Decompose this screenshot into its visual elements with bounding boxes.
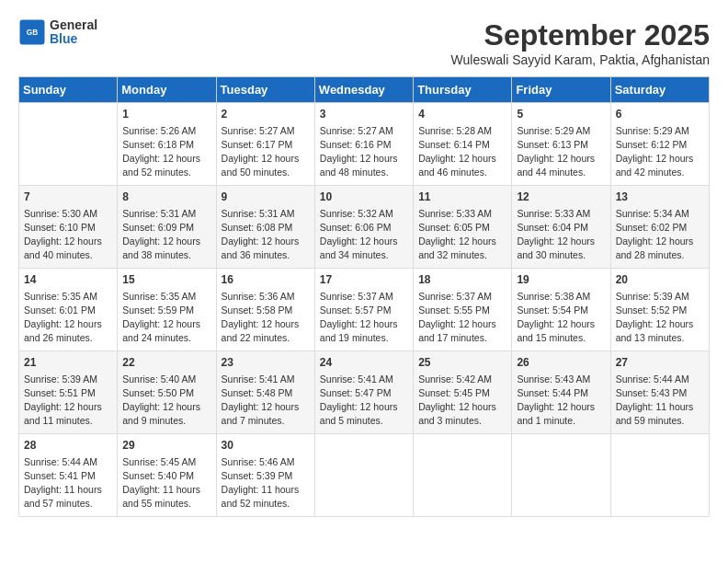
calendar-cell: 9Sunrise: 5:31 AM Sunset: 6:08 PM Daylig… [216, 186, 314, 269]
day-content: Sunrise: 5:29 AM Sunset: 6:13 PM Dayligh… [517, 124, 605, 180]
day-number: 4 [418, 107, 506, 122]
weekday-header: Friday [512, 77, 610, 103]
logo-general: General [50, 18, 97, 32]
day-content: Sunrise: 5:44 AM Sunset: 5:43 PM Dayligh… [616, 373, 704, 429]
calendar-cell: 30Sunrise: 5:46 AM Sunset: 5:39 PM Dayli… [216, 434, 314, 517]
day-content: Sunrise: 5:29 AM Sunset: 6:12 PM Dayligh… [616, 124, 704, 180]
calendar-cell: 12Sunrise: 5:33 AM Sunset: 6:04 PM Dayli… [512, 186, 610, 269]
day-content: Sunrise: 5:41 AM Sunset: 5:48 PM Dayligh… [222, 373, 310, 429]
day-content: Sunrise: 5:35 AM Sunset: 5:59 PM Dayligh… [122, 290, 210, 346]
calendar-cell: 17Sunrise: 5:37 AM Sunset: 5:57 PM Dayli… [314, 269, 413, 351]
weekday-header: Sunday [19, 77, 118, 103]
day-number: 24 [320, 355, 408, 371]
calendar-cell: 21Sunrise: 5:39 AM Sunset: 5:51 PM Dayli… [19, 351, 118, 434]
day-number: 26 [517, 355, 605, 371]
subtitle: Wuleswali Sayyid Karam, Paktia, Afghanis… [451, 52, 710, 67]
day-number: 18 [418, 272, 506, 288]
day-number: 10 [320, 190, 408, 205]
calendar-cell: 5Sunrise: 5:29 AM Sunset: 6:13 PM Daylig… [512, 103, 610, 186]
calendar-cell: 10Sunrise: 5:32 AM Sunset: 6:06 PM Dayli… [314, 186, 413, 269]
calendar-cell [314, 434, 413, 517]
calendar-week-row: 28Sunrise: 5:44 AM Sunset: 5:41 PM Dayli… [19, 434, 710, 517]
day-number: 15 [122, 272, 210, 288]
day-content: Sunrise: 5:33 AM Sunset: 6:05 PM Dayligh… [418, 207, 506, 263]
calendar-cell: 19Sunrise: 5:38 AM Sunset: 5:54 PM Dayli… [512, 269, 610, 351]
calendar-cell: 2Sunrise: 5:27 AM Sunset: 6:17 PM Daylig… [216, 103, 314, 186]
day-number: 13 [616, 190, 704, 205]
calendar-cell: 22Sunrise: 5:40 AM Sunset: 5:50 PM Dayli… [118, 351, 216, 434]
day-content: Sunrise: 5:38 AM Sunset: 5:54 PM Dayligh… [517, 290, 605, 346]
day-number: 21 [24, 355, 112, 371]
day-number: 19 [517, 272, 605, 288]
calendar-week-row: 7Sunrise: 5:30 AM Sunset: 6:10 PM Daylig… [19, 186, 710, 269]
calendar-cell: 14Sunrise: 5:35 AM Sunset: 6:01 PM Dayli… [19, 269, 118, 351]
page-header: GB General Blue September 2025 Wuleswali… [18, 18, 710, 67]
day-number: 12 [517, 190, 605, 205]
logo-icon: GB [18, 18, 46, 46]
calendar-cell: 18Sunrise: 5:37 AM Sunset: 5:55 PM Dayli… [414, 269, 512, 351]
day-number: 11 [418, 190, 506, 205]
day-number: 6 [616, 107, 704, 122]
calendar-cell: 1Sunrise: 5:26 AM Sunset: 6:18 PM Daylig… [118, 103, 216, 186]
day-number: 16 [222, 272, 310, 288]
calendar-cell: 4Sunrise: 5:28 AM Sunset: 6:14 PM Daylig… [414, 103, 512, 186]
calendar-cell: 23Sunrise: 5:41 AM Sunset: 5:48 PM Dayli… [216, 351, 314, 434]
main-title: September 2025 [451, 18, 710, 52]
day-content: Sunrise: 5:36 AM Sunset: 5:58 PM Dayligh… [222, 290, 310, 346]
calendar-cell [610, 434, 709, 517]
day-content: Sunrise: 5:27 AM Sunset: 6:16 PM Dayligh… [320, 124, 408, 180]
calendar-cell: 3Sunrise: 5:27 AM Sunset: 6:16 PM Daylig… [314, 103, 413, 186]
calendar-cell: 11Sunrise: 5:33 AM Sunset: 6:05 PM Dayli… [414, 186, 512, 269]
day-number: 9 [222, 190, 310, 205]
day-content: Sunrise: 5:31 AM Sunset: 6:08 PM Dayligh… [222, 207, 310, 263]
day-number: 2 [222, 107, 310, 122]
calendar-cell [512, 434, 610, 517]
day-content: Sunrise: 5:43 AM Sunset: 5:44 PM Dayligh… [517, 373, 605, 429]
calendar-cell: 7Sunrise: 5:30 AM Sunset: 6:10 PM Daylig… [19, 186, 118, 269]
day-number: 30 [222, 438, 310, 454]
logo-text: General Blue [50, 18, 97, 47]
day-number: 5 [517, 107, 605, 122]
day-content: Sunrise: 5:35 AM Sunset: 6:01 PM Dayligh… [24, 290, 112, 346]
weekday-header: Saturday [610, 77, 709, 103]
weekday-header: Thursday [414, 77, 512, 103]
calendar-week-row: 14Sunrise: 5:35 AM Sunset: 6:01 PM Dayli… [19, 269, 710, 351]
day-content: Sunrise: 5:40 AM Sunset: 5:50 PM Dayligh… [122, 373, 210, 429]
calendar-cell: 20Sunrise: 5:39 AM Sunset: 5:52 PM Dayli… [610, 269, 709, 351]
calendar-cell: 25Sunrise: 5:42 AM Sunset: 5:45 PM Dayli… [414, 351, 512, 434]
day-number: 20 [616, 272, 704, 288]
calendar-cell: 6Sunrise: 5:29 AM Sunset: 6:12 PM Daylig… [610, 103, 709, 186]
day-number: 3 [320, 107, 408, 122]
day-content: Sunrise: 5:30 AM Sunset: 6:10 PM Dayligh… [24, 207, 112, 263]
logo-blue: Blue [50, 32, 97, 46]
calendar-cell: 24Sunrise: 5:41 AM Sunset: 5:47 PM Dayli… [314, 351, 413, 434]
day-content: Sunrise: 5:39 AM Sunset: 5:52 PM Dayligh… [616, 290, 704, 346]
calendar-table: SundayMondayTuesdayWednesdayThursdayFrid… [18, 76, 710, 517]
weekday-header: Wednesday [314, 77, 413, 103]
day-content: Sunrise: 5:45 AM Sunset: 5:40 PM Dayligh… [122, 455, 210, 511]
header-row: SundayMondayTuesdayWednesdayThursdayFrid… [19, 77, 710, 103]
calendar-cell: 15Sunrise: 5:35 AM Sunset: 5:59 PM Dayli… [118, 269, 216, 351]
day-content: Sunrise: 5:37 AM Sunset: 5:57 PM Dayligh… [320, 290, 408, 346]
day-number: 29 [122, 438, 210, 454]
calendar-cell: 28Sunrise: 5:44 AM Sunset: 5:41 PM Dayli… [19, 434, 118, 517]
day-content: Sunrise: 5:27 AM Sunset: 6:17 PM Dayligh… [222, 124, 310, 180]
day-content: Sunrise: 5:42 AM Sunset: 5:45 PM Dayligh… [418, 373, 506, 429]
day-content: Sunrise: 5:44 AM Sunset: 5:41 PM Dayligh… [24, 455, 112, 511]
day-number: 14 [24, 272, 112, 288]
calendar-cell: 13Sunrise: 5:34 AM Sunset: 6:02 PM Dayli… [610, 186, 709, 269]
day-content: Sunrise: 5:37 AM Sunset: 5:55 PM Dayligh… [418, 290, 506, 346]
day-number: 23 [222, 355, 310, 371]
day-content: Sunrise: 5:31 AM Sunset: 6:09 PM Dayligh… [122, 207, 210, 263]
title-block: September 2025 Wuleswali Sayyid Karam, P… [451, 18, 710, 67]
calendar-cell: 29Sunrise: 5:45 AM Sunset: 5:40 PM Dayli… [118, 434, 216, 517]
calendar-week-row: 1Sunrise: 5:26 AM Sunset: 6:18 PM Daylig… [19, 103, 710, 186]
day-number: 8 [122, 190, 210, 205]
logo: GB General Blue [18, 18, 97, 47]
day-number: 17 [320, 272, 408, 288]
calendar-cell: 27Sunrise: 5:44 AM Sunset: 5:43 PM Dayli… [610, 351, 709, 434]
day-content: Sunrise: 5:28 AM Sunset: 6:14 PM Dayligh… [418, 124, 506, 180]
day-content: Sunrise: 5:26 AM Sunset: 6:18 PM Dayligh… [122, 124, 210, 180]
day-content: Sunrise: 5:39 AM Sunset: 5:51 PM Dayligh… [24, 373, 112, 429]
calendar-cell: 8Sunrise: 5:31 AM Sunset: 6:09 PM Daylig… [118, 186, 216, 269]
